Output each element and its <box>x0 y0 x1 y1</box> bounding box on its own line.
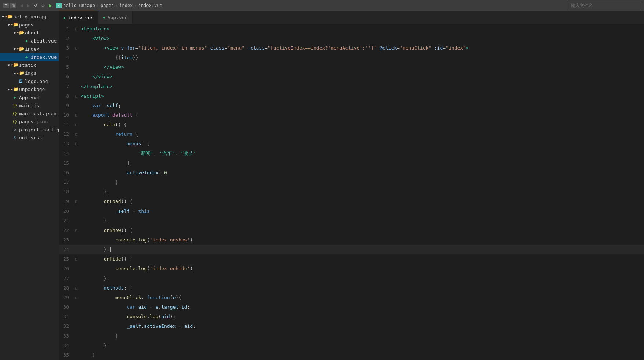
png-icon: 🖼 <box>18 78 23 84</box>
code-line: 30 var aid = e.target.id; <box>59 302 644 312</box>
nav-forward-btn[interactable]: ▶ <box>25 2 32 9</box>
sidebar-item-static[interactable]: ▼▾📂static <box>0 61 59 69</box>
tree-label-logo-png: logo.png <box>25 79 48 84</box>
breadcrumb-icon: H <box>56 3 62 8</box>
code-line: 1 □ <template> <box>59 24 644 33</box>
code-line: 19 □ onLoad() { <box>59 197 644 206</box>
code-line: 26 console.log('index onhide') <box>59 264 644 273</box>
tree-label-index: index <box>25 46 39 52</box>
tab-app-label: App.vue <box>108 15 128 20</box>
window-menu-btn[interactable]: ☰ <box>3 3 9 8</box>
json-icon: {} <box>12 119 18 124</box>
nav-controls: ◀ ▶ ↺ ☆ ▶ <box>18 2 54 9</box>
vue-icon: ◆ <box>23 38 29 44</box>
sidebar-item-index[interactable]: ▼▾📂index <box>0 45 59 53</box>
sidebar-item-about[interactable]: ▼▾📂about <box>0 29 59 37</box>
code-line: 9 var _self; <box>59 101 644 110</box>
code-line: 22 □ onShow() { <box>59 225 644 235</box>
code-line-current: 24 }, <box>59 245 644 254</box>
editor-area: ◆ index.vue ◆ App.vue 1 □ <template> 2 <box>59 11 644 360</box>
breadcrumb-file[interactable]: index.vue <box>138 3 162 8</box>
nav-star-btn[interactable]: ☆ <box>40 2 47 9</box>
code-line: 28 □ methods: { <box>59 283 644 292</box>
nav-run-btn[interactable]: ▶ <box>47 2 54 9</box>
sidebar-item-main-js[interactable]: JSmain.js <box>0 101 59 109</box>
sidebar-item-imgs[interactable]: ▶▸📁imgs <box>0 69 59 77</box>
tab-vue-icon: ◆ <box>63 15 66 20</box>
vue-icon: ◆ <box>23 54 29 60</box>
code-line: 4 {{item}} <box>59 52 644 62</box>
code-line: 23 console.log('index onshow') <box>59 235 644 244</box>
code-line: 21 }, <box>59 216 644 225</box>
sidebar-item-manifest-json[interactable]: {}manifest.json <box>0 109 59 117</box>
tree-label-about: about <box>25 30 39 36</box>
title-bar: ☰ ⊞ ◀ ▶ ↺ ☆ ▶ H hello uniapp › pages › i… <box>0 0 644 11</box>
code-line: 17 } <box>59 178 644 187</box>
sidebar-item-app-vue[interactable]: ◆App.vue <box>0 93 59 101</box>
code-line: 11 □ data() { <box>59 120 644 130</box>
sidebar-item-index-vue[interactable]: ◆index.vue <box>0 53 59 61</box>
window-controls: ☰ ⊞ <box>3 3 16 8</box>
config-icon: ⚙ <box>12 127 18 132</box>
tree-label-about-vue: about.vue <box>31 38 57 44</box>
code-line: 35 } <box>59 350 644 360</box>
code-line: 25 □ onHide() { <box>59 254 644 264</box>
tab-app-vue[interactable]: ◆ App.vue <box>98 11 132 24</box>
sidebar-item-about-vue[interactable]: ◆about.vue <box>0 37 59 45</box>
tree-label-hello-uniapp: hello uniapp <box>13 14 48 19</box>
folder-icon: ▾📂 <box>18 30 23 36</box>
folder-icon: ▸📁 <box>18 70 23 76</box>
tree-label-pages-json: pages.json <box>19 119 48 124</box>
code-line: 12 □ return { <box>59 130 644 139</box>
nav-back-btn[interactable]: ◀ <box>18 2 25 9</box>
tree-label-manifest-json: manifest.json <box>19 111 57 116</box>
tree-label-main-js: main.js <box>19 103 39 108</box>
sidebar-item-project-config[interactable]: ⚙project.config.... <box>0 126 59 134</box>
code-line: 10 □ export default { <box>59 110 644 120</box>
code-line: 7 </template> <box>59 81 644 91</box>
tree-label-imgs: imgs <box>25 70 36 76</box>
sidebar-item-logo-png[interactable]: 🖼logo.png <box>0 77 59 85</box>
code-line: 5 </view> <box>59 62 644 72</box>
code-line: 8 □ <script> <box>59 91 644 101</box>
folder-icon: ▾📂 <box>12 22 18 28</box>
tree-label-static: static <box>19 62 36 68</box>
tree-label-unpackage: unpackage <box>19 87 45 92</box>
breadcrumb-index[interactable]: index <box>119 3 133 8</box>
sidebar-item-uni-scss[interactable]: Suni.scss <box>0 134 59 142</box>
js-icon: JS <box>12 102 18 108</box>
breadcrumb: H hello uniapp › pages › index › index.v… <box>56 3 565 8</box>
code-line: 31 console.log(aid); <box>59 312 644 321</box>
file-search-input[interactable] <box>568 2 641 9</box>
code-line: 29 □ menuClick: function(e){ <box>59 292 644 302</box>
folder-icon: ▾📂 <box>12 62 18 68</box>
tree-label-uni-scss: uni.scss <box>19 135 42 141</box>
code-line: 34 } <box>59 341 644 350</box>
tree-label-pages: pages <box>19 22 33 28</box>
breadcrumb-app[interactable]: hello uniapp <box>63 3 95 8</box>
sidebar-item-unpackage[interactable]: ▶▸📁unpackage <box>0 85 59 93</box>
tree-label-index-vue: index.vue <box>31 54 57 60</box>
nav-refresh-btn[interactable]: ↺ <box>32 2 39 9</box>
vue-icon: ◆ <box>12 94 18 100</box>
tab-bar: ◆ index.vue ◆ App.vue <box>59 11 644 24</box>
sidebar-item-pages[interactable]: ▼▾📂pages <box>0 21 59 29</box>
tab-index-vue[interactable]: ◆ index.vue <box>59 11 98 24</box>
code-line: 33 } <box>59 331 644 341</box>
code-line: 15 ], <box>59 158 644 168</box>
code-line: 18 }, <box>59 187 644 197</box>
code-line: 6 </view> <box>59 72 644 81</box>
main-layout: ▼▾📂hello uniapp▼▾📂pages▼▾📂about◆about.vu… <box>0 11 644 360</box>
sidebar-item-pages-json[interactable]: {}pages.json <box>0 117 59 126</box>
code-line: 32 _self.activeIndex = aid; <box>59 321 644 331</box>
breadcrumb-pages[interactable]: pages <box>101 3 114 8</box>
code-line: 27 }, <box>59 273 644 283</box>
tree-label-project-config: project.config.... <box>19 127 59 132</box>
sidebar: ▼▾📂hello uniapp▼▾📂pages▼▾📂about◆about.vu… <box>0 11 59 360</box>
sidebar-item-hello-uniapp[interactable]: ▼▾📂hello uniapp <box>0 12 59 21</box>
code-lines: 1 □ <template> 2 <view> 3 □ <view v-for=… <box>59 24 644 360</box>
window-icon-btn[interactable]: ⊞ <box>10 3 16 8</box>
code-line: 20 _self = this <box>59 206 644 216</box>
code-line: 13 □ menus: [ <box>59 139 644 149</box>
editor-content[interactable]: 1 □ <template> 2 <view> 3 □ <view v-for=… <box>59 24 644 360</box>
